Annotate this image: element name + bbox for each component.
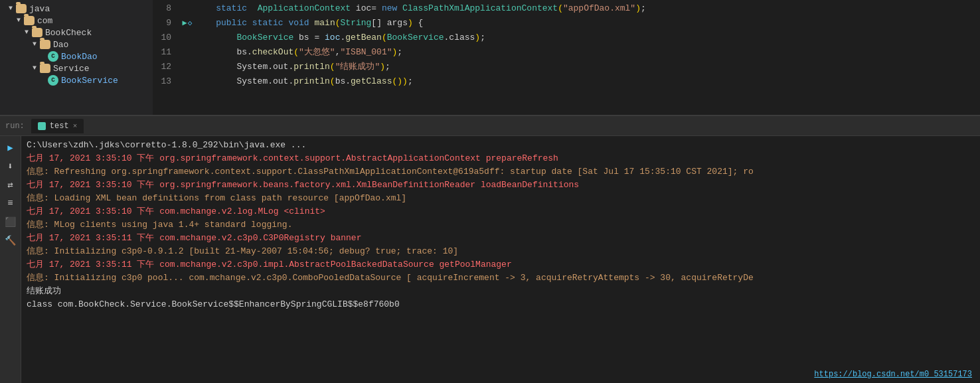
code-editor: 8 static ApplicationContext ioc= new Cla… <box>153 0 980 115</box>
gutter-9: ▶ ◇ <box>179 16 195 31</box>
sidebar-item-bookcheck[interactable]: ▼ BookCheck <box>0 27 153 38</box>
class-icon-bookservice: C <box>48 75 58 86</box>
console-line-8: 七月 17, 2021 3:35:11 下午 com.mchange.v2.c3… <box>27 258 975 271</box>
console-line-2: 七月 17, 2021 3:35:10 下午 org.springframewo… <box>27 179 975 192</box>
line-num-10: 10 <box>153 31 179 45</box>
console-line-10: 结账成功 <box>27 285 975 298</box>
line-num-13: 13 <box>153 74 179 89</box>
sidebar-item-dao[interactable]: ▼ Dao <box>0 38 153 50</box>
line-content-8: static ApplicationContext ioc= new Class… <box>195 1 980 16</box>
console-body: ▶ ⬇ ⇄ ≡ ⬛ 🔨 C:\Users\zdh\.jdks\corretto-… <box>0 136 980 383</box>
line-content-10: BookService bs = ioc.getBean(BookService… <box>195 31 980 45</box>
tab-close-button[interactable]: × <box>73 122 78 130</box>
line-content-11: bs.checkOut("大忽悠","ISBN_001"); <box>195 45 980 60</box>
sidebar-item-bookdao[interactable]: C BookDao <box>0 50 153 62</box>
sidebar-label-bookcheck: BookCheck <box>45 28 92 38</box>
code-lines-container: 8 static ApplicationContext ioc= new Cla… <box>153 0 980 115</box>
line-content-9: public static void main(String[] args) { <box>195 16 980 31</box>
code-line-11: 11 bs.checkOut("大忽悠","ISBN_001"); <box>153 45 980 60</box>
sidebar-label-com: com <box>37 16 52 26</box>
code-line-8: 8 static ApplicationContext ioc= new Cla… <box>153 1 980 16</box>
rerun-button[interactable]: ▶ <box>3 140 18 155</box>
line-num-9: 9 <box>153 16 179 31</box>
code-line-10: 10 BookService bs = ioc.getBean(BookServ… <box>153 31 980 45</box>
console-line-3: 信息: Loading XML bean definitions from cl… <box>27 192 975 205</box>
console-path-line: C:\Users\zdh\.jdks\corretto-1.8.0_292\bi… <box>27 139 975 152</box>
menu-button[interactable]: ≡ <box>3 196 18 210</box>
tab-test-label: test <box>50 121 69 131</box>
line-num-12: 12 <box>153 60 179 74</box>
console-line-7: 信息: Initializing c3p0-0.9.1.2 [built 21-… <box>27 245 975 258</box>
sidebar-label-java: java <box>29 4 50 14</box>
sidebar-label-bookservice: BookService <box>61 76 118 86</box>
folder-icon-service <box>40 64 50 73</box>
sidebar-item-java[interactable]: ▼ java <box>0 3 153 15</box>
console-line-1: 信息: Refreshing org.springframework.conte… <box>27 165 975 179</box>
folder-icon-dao <box>40 40 50 49</box>
console-tab-bar: run: test × <box>0 116 980 136</box>
console-line-6: 七月 17, 2021 3:35:11 下午 com.mchange.v2.c3… <box>27 232 975 245</box>
console-line-0: 七月 17, 2021 3:35:10 下午 org.springframewo… <box>27 152 975 165</box>
console-toolbar: ▶ ⬇ ⇄ ≡ ⬛ 🔨 <box>0 136 21 383</box>
console-tab-test[interactable]: test × <box>31 119 84 133</box>
console-output-wrapper: C:\Users\zdh\.jdks\corretto-1.8.0_292\bi… <box>21 136 980 383</box>
line-content-12: System.out.println("结账成功"); <box>195 60 980 74</box>
line-num-11: 11 <box>153 45 179 60</box>
line-num-8: 8 <box>153 1 179 16</box>
sidebar-label-service: Service <box>53 64 90 74</box>
code-line-9: 9 ▶ ◇ public static void main(String[] a… <box>153 16 980 31</box>
sidebar-item-bookservice[interactable]: C BookService <box>0 74 153 86</box>
expand-arrow-com: ▼ <box>13 15 24 26</box>
console-output: C:\Users\zdh\.jdks\corretto-1.8.0_292\bi… <box>21 136 980 314</box>
tab-test-icon <box>38 122 46 130</box>
sidebar-item-service[interactable]: ▼ Service <box>0 62 153 74</box>
bookmark-icon: ◇ <box>188 16 193 31</box>
run-arrow-icon[interactable]: ▶ <box>183 16 187 31</box>
stop-button[interactable]: ⬛ <box>3 214 18 229</box>
folder-icon-bookcheck <box>32 28 42 37</box>
folder-icon-com <box>24 16 35 25</box>
expand-arrow-java: ▼ <box>5 3 16 14</box>
build-button[interactable]: 🔨 <box>3 233 18 248</box>
sidebar-item-com[interactable]: ▼ com <box>0 15 153 27</box>
console-section: run: test × ▶ ⬇ ⇄ ≡ ⬛ 🔨 C:\Users\zdh\.jd… <box>0 116 980 383</box>
expand-arrow-service: ▼ <box>29 63 40 74</box>
console-line-5: 信息: MLog clients using java 1.4+ standar… <box>27 218 975 232</box>
toggle-button[interactable]: ⇄ <box>3 177 18 192</box>
class-icon-bookdao: C <box>48 51 58 62</box>
console-line-9: 信息: Initializing c3p0 pool... com.mchang… <box>27 271 975 285</box>
console-line-4: 七月 17, 2021 3:35:10 下午 com.mchange.v2.lo… <box>27 205 975 218</box>
expand-arrow-dao: ▼ <box>29 39 40 50</box>
code-line-12: 12 System.out.println("结账成功"); <box>153 60 980 74</box>
folder-icon-java <box>16 4 27 13</box>
run-label: run: <box>5 121 25 131</box>
blog-link[interactable]: https://blog.csdn.net/m0_53157173 <box>814 370 972 379</box>
sidebar-label-bookdao: BookDao <box>61 52 98 62</box>
sidebar-label-dao: Dao <box>53 40 68 50</box>
line-content-13: System.out.println(bs.getClass()); <box>195 74 980 89</box>
console-line-11: class com.BookCheck.Service.BookService$… <box>27 298 975 311</box>
scroll-down-button[interactable]: ⬇ <box>3 159 18 173</box>
file-tree: ▼ java ▼ com ▼ BookCheck ▼ Dao C BookDao <box>0 0 153 115</box>
code-line-13: 13 System.out.println(bs.getClass()); <box>153 74 980 89</box>
expand-arrow-bookcheck: ▼ <box>21 27 32 38</box>
